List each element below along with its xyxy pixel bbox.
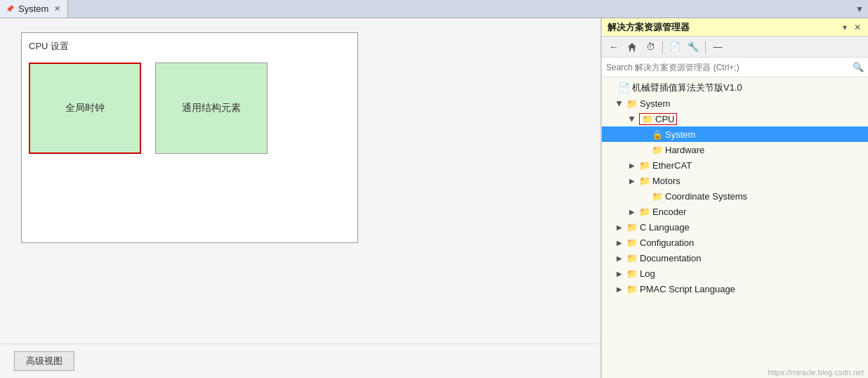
cpu-settings-box: CPU 设置 全局时钟 通用结构元素 — [21, 32, 358, 243]
toolbar-sep-2 — [705, 41, 706, 53]
folder-icon-ethercat: 📁 — [639, 160, 650, 171]
tree-area[interactable]: 📄 机械臂插值算法关节版V1.0 ▶ 📁 System ▶ 📁 CPU — [602, 77, 868, 367]
cpu-buttons-row: 全局时钟 通用结构元素 — [29, 63, 350, 154]
folder-icon-root: 📄 — [618, 82, 630, 93]
tab-label: System — [18, 4, 48, 14]
right-title-icons: ▾ ✕ — [841, 22, 862, 32]
node-label-ethercat: EtherCAT — [652, 160, 692, 171]
tree-node-cpu[interactable]: ▶ 📁 CPU — [602, 111, 868, 126]
tree-node-log[interactable]: ▶ 📁 Log — [602, 266, 868, 281]
expand-config: ▶ — [614, 239, 624, 247]
system-tab[interactable]: 📌 System ✕ — [0, 0, 68, 18]
node-label-log: Log — [640, 268, 655, 279]
node-label-coordinate: Coordinate Systems — [665, 191, 747, 202]
global-clock-label: 全局时钟 — [65, 102, 105, 115]
folder-icon-docs: 📁 — [626, 253, 638, 263]
tree-node-coordinate[interactable]: 📁 Coordinate Systems — [602, 188, 868, 204]
watermark: https://miracle.blog.csdn.net — [602, 367, 868, 378]
search-bar: 🔍 — [602, 58, 868, 77]
tree-node-docs[interactable]: ▶ 📁 Documentation — [602, 250, 868, 266]
tree-node-system[interactable]: ▶ 📁 System — [602, 96, 868, 111]
node-label-clang: C Language — [640, 222, 690, 233]
tree-node-motors[interactable]: ▶ 📁 Motors — [602, 173, 868, 188]
generic-struct-label: 通用结构元素 — [182, 102, 241, 115]
wrench-button[interactable]: 🔧 — [685, 39, 701, 55]
advanced-view-button[interactable]: 高级视图 — [14, 351, 74, 371]
right-pin-icon[interactable]: ▾ — [841, 22, 848, 32]
node-label-encoder: Encoder — [652, 207, 686, 217]
bottom-bar: 高级视图 — [0, 344, 600, 378]
folder-icon-config: 📁 — [626, 237, 638, 248]
tab-bar: 📌 System ✕ ▼ — [0, 0, 868, 18]
left-content: CPU 设置 全局时钟 通用结构元素 — [0, 18, 600, 344]
tree-node-clang[interactable]: ▶ 📁 C Language — [602, 219, 868, 235]
generic-struct-button[interactable]: 通用结构元素 — [155, 63, 268, 154]
expand-system: ▶ — [616, 98, 624, 108]
tab-scroll-arrow[interactable]: ▼ — [855, 4, 868, 14]
node-label-hardware: Hardware — [665, 145, 704, 155]
expand-log: ▶ — [614, 270, 624, 278]
folder-icon-system: 📁 — [626, 98, 638, 109]
tree-node-ethercat[interactable]: ▶ 📁 EtherCAT — [602, 157, 868, 173]
tree-node-pmac[interactable]: ▶ 📁 PMAC Script Language — [602, 281, 868, 296]
main-area: CPU 设置 全局时钟 通用结构元素 高级视图 解决方案资源管理器 ▾ — [0, 18, 868, 378]
node-label-docs: Documentation — [640, 253, 701, 263]
folder-icon-coordinate: 📁 — [652, 191, 663, 202]
folder-icon-log: 📁 — [626, 268, 638, 279]
expand-encoder: ▶ — [627, 208, 637, 216]
expand-motors: ▶ — [627, 177, 637, 185]
tab-close-icon[interactable]: ✕ — [53, 4, 62, 13]
expand-pmac: ▶ — [614, 285, 624, 293]
right-panel: 解决方案资源管理器 ▾ ✕ ← ⏱ 📄 🔧 — 🔍 — [601, 18, 868, 378]
node-label-pmac: PMAC Script Language — [640, 284, 735, 294]
folder-icon-pmac: 📁 — [626, 284, 638, 294]
expand-clang: ▶ — [614, 223, 624, 231]
folder-icon-motors: 📁 — [639, 176, 650, 186]
node-label-cpu: CPU — [655, 114, 674, 124]
left-panel: CPU 设置 全局时钟 通用结构元素 高级视图 — [0, 18, 601, 378]
toolbar-sep-1 — [662, 41, 663, 53]
tree-node-system-leaf[interactable]: 🔒 System — [602, 126, 868, 142]
tree-node-hardware[interactable]: 📁 Hardware — [602, 142, 868, 157]
expand-cpu: ▶ — [629, 114, 636, 124]
global-clock-button[interactable]: 全局时钟 — [29, 63, 141, 154]
right-title-bar: 解决方案资源管理器 ▾ ✕ — [602, 18, 868, 37]
node-label-motors: Motors — [652, 176, 680, 186]
home-button[interactable] — [624, 39, 640, 55]
tree-node-encoder[interactable]: ▶ 📁 Encoder — [602, 204, 868, 219]
node-label-root: 机械臂插值算法关节版V1.0 — [632, 82, 742, 94]
icon-system-leaf: 🔒 — [652, 129, 663, 140]
pin-toggle-button[interactable]: — — [710, 39, 725, 55]
right-panel-title: 解决方案资源管理器 — [607, 21, 690, 34]
history-button[interactable]: ⏱ — [643, 39, 658, 55]
expand-docs: ▶ — [614, 254, 624, 262]
back-button[interactable]: ← — [606, 39, 622, 55]
expand-ethercat: ▶ — [627, 162, 637, 169]
right-close-icon[interactable]: ✕ — [853, 22, 862, 32]
node-label-system: System — [640, 98, 670, 109]
document-button[interactable]: 📄 — [667, 39, 683, 55]
folder-icon-hardware: 📁 — [652, 145, 663, 155]
search-input[interactable] — [606, 63, 850, 72]
cpu-settings-title: CPU 设置 — [29, 40, 350, 53]
tree-node-root[interactable]: 📄 机械臂插值算法关节版V1.0 — [602, 80, 868, 96]
tree-node-config[interactable]: ▶ 📁 Configuration — [602, 235, 868, 250]
node-label-system-leaf: System — [665, 129, 695, 140]
node-label-config: Configuration — [640, 237, 694, 248]
folder-icon-clang: 📁 — [626, 222, 638, 233]
folder-icon-encoder: 📁 — [639, 207, 650, 217]
right-toolbar: ← ⏱ 📄 🔧 — — [602, 37, 868, 58]
search-icon[interactable]: 🔍 — [853, 62, 864, 72]
folder-icon-cpu: 📁 — [642, 114, 653, 124]
tab-pin-icon[interactable]: 📌 — [6, 5, 14, 13]
